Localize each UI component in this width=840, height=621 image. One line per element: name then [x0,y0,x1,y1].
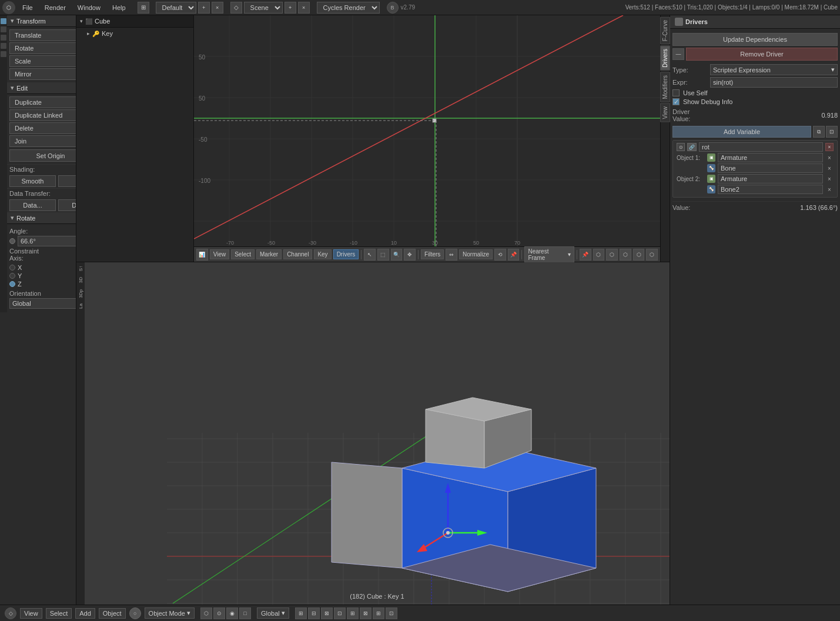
global-dropdown[interactable]: Global ▾ [257,607,289,619]
obj1-value[interactable]: Armature [718,153,823,162]
normalize-options-icon[interactable]: ⟲ [494,249,506,261]
bottom-r-icon-3[interactable]: ⊠ [321,607,333,619]
workspace-add-icon[interactable]: + [198,2,210,14]
var-name-input[interactable] [699,142,823,152]
scale-button[interactable]: Scale [9,55,76,67]
axis-z-item[interactable]: Z [9,281,76,288]
bottom-r-icon-1[interactable]: ⊞ [295,607,307,619]
graph-extra-4[interactable]: ⬡ [633,249,645,261]
graph-normalize-btn[interactable]: Normalize [459,249,493,259]
scene-add-icon[interactable]: + [285,2,296,14]
delete-button[interactable]: Delete [9,122,76,134]
select-box-icon[interactable]: ⬚ [377,249,389,261]
normalize-pin-icon[interactable]: 📌 [508,249,520,261]
graph-channel-btn[interactable]: Channel [283,249,312,259]
bottom-r-icon-6[interactable]: ⊠ [360,607,372,619]
graph-select-btn[interactable]: Select [231,249,255,259]
pin-icon[interactable]: 📌 [580,249,591,261]
bottom-r-icon-7[interactable]: ⊞ [373,607,384,619]
var-copy-icon[interactable]: ⧉ [813,126,825,138]
axis-x-item[interactable]: X [9,264,76,271]
graph-marker-btn[interactable]: Marker [256,249,282,259]
obj1-close[interactable]: × [825,153,834,162]
bottom-r-icon-2[interactable]: ⊟ [308,607,320,619]
object-menu-bottom[interactable]: Object [99,608,126,619]
f-curve-tab[interactable]: F-Curve [660,17,670,44]
remove-driver-icon[interactable]: — [672,48,684,60]
outliner-key-item[interactable]: ▸ 🔑 Key [76,28,193,39]
select-menu-bottom[interactable]: Select [46,608,72,619]
data-transfer-btn1[interactable]: Data... [9,199,56,211]
physics-tab-icon[interactable] [1,51,6,57]
move-icon[interactable]: ✥ [404,249,416,261]
modifiers-tab[interactable]: Modifiers [660,72,670,102]
object-mode-icon[interactable]: ○ [129,607,141,619]
obj2-value[interactable]: Armature [718,174,823,183]
graph-key-btn[interactable]: Key [314,249,331,259]
graph-extra-1[interactable]: ⬡ [593,249,605,261]
angle-input[interactable] [18,236,76,246]
graph-drivers-btn[interactable]: Drivers [333,249,359,259]
duplicate-linked-button[interactable]: Duplicate Linked [9,109,76,121]
smooth-button[interactable]: Smooth [9,175,56,187]
bone-value[interactable]: Bone [718,163,823,173]
menu-render[interactable]: Render [40,3,71,12]
use-self-checkbox[interactable] [672,89,680,96]
duplicate-button[interactable]: Duplicate [9,96,76,108]
strip-icon-2[interactable]: 3D [78,275,84,285]
axis-z-radio[interactable] [9,281,15,287]
strip-icon-4[interactable]: La [78,301,84,311]
cursor-icon[interactable]: ↖ [364,249,376,261]
angle-slider-indicator[interactable] [9,238,15,244]
graph-extra-5[interactable]: ⬡ [646,249,658,261]
graph-canvas[interactable]: 50 50 -50 -100 -70 -50 -30 -10 10 30 50 … [194,15,660,246]
drivers-tab[interactable]: Drivers [660,46,670,71]
strip-icon-3[interactable]: 3Dp [78,287,84,301]
workspace-selector[interactable]: Default [156,2,196,14]
animation-tab-icon[interactable] [1,43,6,49]
relations-tab-icon[interactable] [1,35,6,41]
join-button[interactable]: Join [9,135,76,147]
graph-filters-btn[interactable]: Filters [421,249,444,259]
scene-icon-bottom[interactable]: ◇ [5,607,16,619]
bottom-r-icon-5[interactable]: ⊞ [347,607,359,619]
graph-view-btn[interactable]: View [210,249,230,259]
graph-extra-2[interactable]: ⬡ [606,249,618,261]
render-engine-selector[interactable]: Cycles Render [317,2,380,14]
menu-window[interactable]: Window [73,3,105,12]
normalize-icon[interactable]: ⇔ [446,249,457,261]
bottom-icon-3[interactable]: ◉ [226,607,238,619]
axis-y-item[interactable]: Y [9,272,76,279]
bottom-icon-2[interactable]: ⊙ [213,607,225,619]
view-menu-bottom[interactable]: View [20,608,42,619]
bottom-r-icon-4[interactable]: ⊡ [334,607,346,619]
tools-tab-icon[interactable] [1,18,6,24]
var-paste-icon[interactable]: ⊡ [826,126,838,138]
bone2-close[interactable]: × [825,185,834,193]
graph-extra-3[interactable]: ⬡ [620,249,631,261]
bottom-icon-1[interactable]: ⬡ [200,607,212,619]
add-menu-bottom[interactable]: Add [75,608,95,619]
update-deps-button[interactable]: Update Dependencies [672,33,838,46]
create-tab-icon[interactable] [1,26,6,32]
viewport-3d[interactable]: User Ortho [85,262,670,605]
zoom-icon[interactable]: 🔍 [391,249,403,261]
graph-editor-type-icon[interactable]: 📊 [196,249,208,261]
show-debug-checkbox[interactable]: ✓ [672,98,680,105]
menu-file[interactable]: File [18,3,38,12]
orientation-dropdown[interactable]: Global [9,298,76,309]
scene-selector[interactable]: Scene [244,2,283,14]
obj2-close[interactable]: × [825,175,834,183]
object-mode-dropdown[interactable]: Object Mode ▾ [145,607,195,619]
set-origin-button[interactable]: Set Origin [9,149,76,162]
bottom-icon-4[interactable]: □ [239,607,251,619]
add-variable-button[interactable]: Add Variable [672,126,811,138]
axis-y-radio[interactable] [9,273,15,279]
bottom-r-icon-8[interactable]: ⊡ [386,607,397,619]
rotate-button[interactable]: Rotate [9,42,76,54]
strip-icon-1[interactable]: S↑ [78,263,84,273]
scene-close-icon[interactable]: × [298,2,310,14]
var-close-button[interactable]: × [825,143,834,151]
remove-driver-button[interactable]: Remove Driver [686,48,838,61]
mirror-button[interactable]: Mirror [9,68,76,80]
